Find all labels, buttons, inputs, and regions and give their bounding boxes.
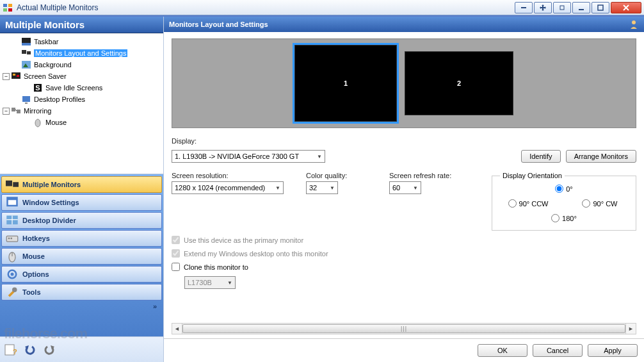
app-icon	[3, 3, 13, 13]
orientation-90cw[interactable]: 90° CW	[582, 199, 617, 208]
svg-point-37	[11, 273, 14, 276]
help-icon[interactable]: ?	[4, 343, 18, 357]
svg-text:?: ?	[13, 348, 17, 356]
orientation-0[interactable]: 0°	[555, 185, 573, 193]
nav-desktop-divider[interactable]: Desktop Divider	[1, 212, 162, 229]
color-select[interactable]: 32	[306, 181, 338, 194]
orientation-group: Display Orientation 0° 90° CCW 90° CW 18…	[492, 172, 636, 231]
content-panel: Monitors Layout and Settings 1 2 Display…	[164, 17, 644, 362]
tree-item-monitors-layout[interactable]: Monitors Layout and Settings	[1, 47, 162, 59]
monitor-2[interactable]: 2	[405, 51, 513, 115]
orientation-90ccw[interactable]: 90° CCW	[508, 199, 549, 208]
svg-rect-0	[3, 4, 7, 7]
svg-rect-9	[22, 38, 31, 43]
mouse-nav-icon	[6, 251, 19, 261]
close-button[interactable]	[611, 2, 641, 13]
svg-rect-3	[8, 8, 12, 12]
nav-mouse[interactable]: Mouse	[1, 248, 162, 265]
svg-rect-25	[13, 182, 19, 187]
tree-item-mirror-mouse[interactable]: Mouse	[1, 117, 162, 128]
maximize-button[interactable]	[592, 2, 609, 13]
nav-multiple-monitors[interactable]: Multiple Monitors	[1, 176, 162, 193]
tree-item-save-idle[interactable]: S Save Idle Screens	[1, 82, 162, 94]
title-bar: Actual Multiple Monitors	[0, 0, 644, 15]
orientation-180[interactable]: 180°	[551, 214, 577, 222]
minimize-button[interactable]	[572, 2, 590, 13]
orientation-legend: Display Orientation	[500, 172, 565, 179]
tree-view: Taskbar Monitors Layout and Settings Bac…	[0, 33, 163, 174]
monitor-preview-area[interactable]: 1 2	[172, 38, 636, 128]
titlebar-extra1-button[interactable]	[515, 2, 533, 13]
background-icon	[21, 60, 31, 70]
horizontal-scrollbar[interactable]: ◄ ||| ►	[172, 323, 636, 334]
options-nav-icon	[6, 269, 19, 279]
scroll-left-arrow[interactable]: ◄	[172, 324, 182, 334]
cancel-button[interactable]: Cancel	[533, 344, 583, 357]
svg-rect-20	[25, 103, 28, 104]
svg-rect-6	[579, 9, 584, 10]
clone-monitor-checkbox[interactable]: Clone this monitor to	[172, 263, 636, 271]
collapse-icon[interactable]: −	[3, 73, 10, 80]
monitor-1[interactable]: 1	[294, 45, 397, 122]
undo-icon[interactable]	[23, 343, 37, 357]
identify-button[interactable]: Identify	[521, 150, 560, 163]
content-header: Monitors Layout and Settings	[164, 17, 644, 32]
refresh-select[interactable]: 60	[389, 181, 421, 194]
svg-rect-21	[12, 108, 15, 111]
svg-rect-33	[11, 238, 13, 240]
screensaver-icon	[11, 71, 21, 81]
monitors-nav-icon	[6, 179, 19, 190]
user-icon[interactable]	[629, 19, 639, 29]
svg-rect-4	[521, 7, 526, 8]
tree-item-screensaver[interactable]: − Screen Saver	[1, 70, 162, 82]
taskbar-icon	[21, 37, 31, 47]
arrange-button[interactable]: Arrange Monitors	[566, 150, 636, 163]
svg-rect-11	[27, 51, 31, 54]
extend-desktop-checkbox: Extend my Windows desktop onto this moni…	[172, 249, 636, 258]
svg-rect-2	[3, 8, 7, 12]
nav-tools[interactable]: Tools	[1, 284, 162, 300]
sidebar-bottom-bar: filehorse.com ?	[0, 336, 163, 362]
profiles-icon	[21, 94, 31, 104]
nav-hotkeys[interactable]: Hotkeys	[1, 230, 162, 247]
svg-point-23	[35, 119, 40, 127]
display-label: Display:	[172, 137, 197, 145]
redo-icon[interactable]	[42, 343, 56, 357]
tree-item-mirroring[interactable]: − Mirroring	[1, 105, 162, 117]
window-nav-icon	[6, 197, 19, 208]
apply-button[interactable]: Apply	[588, 344, 638, 357]
svg-rect-16	[17, 75, 19, 77]
tree-item-taskbar[interactable]: Taskbar	[1, 36, 162, 47]
titlebar-extra2-button[interactable]	[553, 2, 571, 13]
nav-options[interactable]: Options	[1, 266, 162, 283]
divider-nav-icon	[6, 215, 19, 226]
svg-rect-24	[6, 181, 12, 186]
svg-rect-7	[598, 5, 603, 10]
scroll-right-arrow[interactable]: ►	[625, 324, 636, 334]
clone-target-select: L1730B	[184, 276, 236, 289]
ok-button[interactable]: OK	[478, 344, 527, 357]
refresh-label: Screen refresh rate:	[389, 172, 472, 179]
sidebar: Multiple Monitors Taskbar Monitors Layou…	[0, 17, 164, 362]
monitors-icon	[21, 48, 31, 58]
collapse-icon[interactable]: −	[3, 108, 10, 115]
svg-rect-8	[22, 43, 31, 45]
svg-rect-22	[17, 110, 20, 113]
resolution-label: Screen resolution:	[172, 172, 287, 179]
tools-nav-icon	[6, 287, 19, 297]
svg-rect-15	[13, 74, 15, 76]
resolution-select[interactable]: 1280 x 1024 (recommended)	[172, 181, 284, 194]
nav-expand-toggle[interactable]: »	[1, 301, 162, 311]
mouse-icon	[33, 117, 43, 128]
svg-rect-5	[560, 6, 564, 10]
svg-point-38	[12, 288, 17, 293]
titlebar-move-button[interactable]	[534, 2, 552, 13]
svg-rect-10	[22, 50, 26, 54]
save-idle-icon: S	[33, 83, 43, 93]
nav-window-settings[interactable]: Window Settings	[1, 194, 162, 211]
nav-buttons: Multiple Monitors Window Settings Deskto…	[0, 174, 163, 336]
tree-item-desktop-profiles[interactable]: Desktop Profiles	[1, 94, 162, 105]
display-select[interactable]: 1. L1930B -> NVIDIA GeForce 7300 GT	[172, 150, 325, 163]
tree-item-background[interactable]: Background	[1, 59, 162, 70]
primary-monitor-checkbox: Use this device as the primary monitor	[172, 236, 636, 244]
